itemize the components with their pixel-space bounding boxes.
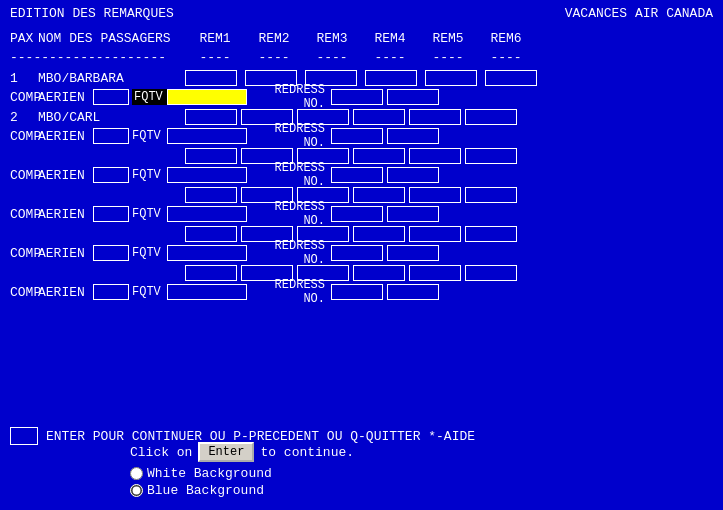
fqtv-label-1: FQTV	[132, 89, 167, 105]
fqtv-label-2: FQTV	[132, 129, 167, 143]
click-prefix: Click on	[130, 445, 192, 460]
blue-bg-row: Blue Background	[130, 483, 354, 498]
comp-label-6: COMP	[10, 285, 38, 300]
redress-label-3: REDRESS NO.	[249, 161, 329, 189]
rem6-comp-3[interactable]	[387, 167, 439, 183]
blue-bg-radio[interactable]	[130, 484, 143, 497]
rem5-header: REM5	[419, 31, 477, 46]
rem6-comp-4[interactable]	[387, 206, 439, 222]
aerien-input-1[interactable]	[93, 89, 129, 105]
rem6-comp-6[interactable]	[387, 284, 439, 300]
rem4-blank-3[interactable]	[353, 226, 405, 242]
white-bg-row: White Background	[130, 466, 354, 481]
rem6-input-2[interactable]	[465, 109, 517, 125]
redress-input-3[interactable]	[331, 167, 383, 183]
fqtv-label-6: FQTV	[132, 285, 167, 299]
rem5-input-2[interactable]	[409, 109, 461, 125]
rem1-blank-1[interactable]	[185, 148, 237, 164]
pax-header: PAX	[10, 31, 38, 46]
comp-row-6: COMP AERIEN FQTV REDRESS NO.	[10, 283, 713, 301]
aerien-input-4[interactable]	[93, 206, 129, 222]
rem4-blank-4[interactable]	[353, 265, 405, 281]
rem4-blank-2[interactable]	[353, 187, 405, 203]
fqtv-label-4: FQTV	[132, 207, 167, 221]
redress-label-4: REDRESS NO.	[249, 200, 329, 228]
fqtv-input-4[interactable]	[167, 206, 247, 222]
comp-row-3: COMP AERIEN FQTV REDRESS NO.	[10, 166, 713, 184]
rem4-header: REM4	[361, 31, 419, 46]
blue-bg-label: Blue Background	[147, 483, 264, 498]
white-bg-radio[interactable]	[130, 467, 143, 480]
rem6-blank-3[interactable]	[465, 226, 517, 242]
rem5-blank-1[interactable]	[409, 148, 461, 164]
redress-input-2[interactable]	[331, 128, 383, 144]
click-suffix: to continue.	[260, 445, 354, 460]
footer-input[interactable]	[10, 427, 38, 445]
rem6-comp-2[interactable]	[387, 128, 439, 144]
rem1-input-1[interactable]	[185, 70, 237, 86]
rem1-input-2[interactable]	[185, 109, 237, 125]
rem5-blank-4[interactable]	[409, 265, 461, 281]
redress-input-1[interactable]	[331, 89, 383, 105]
pax-num-1: 1	[10, 71, 38, 86]
fqtv-label-3: FQTV	[132, 168, 167, 182]
aerien-input-2[interactable]	[93, 128, 129, 144]
redress-label-6: REDRESS NO.	[249, 278, 329, 306]
rem6-blank-1[interactable]	[465, 148, 517, 164]
redress-label-2: REDRESS NO.	[249, 122, 329, 150]
redress-input-5[interactable]	[331, 245, 383, 261]
blank-row-1	[10, 147, 713, 165]
nom-header: NOM DES PASSAGERS	[38, 31, 171, 46]
rem4-input-1[interactable]	[365, 70, 417, 86]
blank-row-3	[10, 225, 713, 243]
pax-num-2: 2	[10, 110, 38, 125]
rem4-blank-1[interactable]	[353, 148, 405, 164]
header-left: EDITION DES REMARQUES	[10, 6, 174, 21]
rem3-header: REM3	[303, 31, 361, 46]
passenger-row-1: 1 MBO/BARBARA	[10, 69, 713, 87]
rem5-blank-3[interactable]	[409, 226, 461, 242]
rem5-input-1[interactable]	[425, 70, 477, 86]
comp-label-5: COMP	[10, 246, 38, 261]
comp-row-2: COMP AERIEN FQTV REDRESS NO.	[10, 127, 713, 145]
aerien-input-3[interactable]	[93, 167, 129, 183]
aerien-input-6[interactable]	[93, 284, 129, 300]
rem1-blank-4[interactable]	[185, 265, 237, 281]
fqtv-input-3[interactable]	[167, 167, 247, 183]
rem6-blank-4[interactable]	[465, 265, 517, 281]
blank-row-2	[10, 186, 713, 204]
rem6-comp-5[interactable]	[387, 245, 439, 261]
rem6-blank-2[interactable]	[465, 187, 517, 203]
fqtv-input-1[interactable]	[167, 89, 247, 105]
comp-label-1: COMP	[10, 90, 38, 105]
comp-row-1: COMP AERIEN FQTV REDRESS NO.	[10, 88, 713, 106]
comp-row-4: COMP AERIEN FQTV REDRESS NO.	[10, 205, 713, 223]
rem6-comp-1[interactable]	[387, 89, 439, 105]
enter-button[interactable]: Enter	[198, 442, 254, 462]
rem6-input-1[interactable]	[485, 70, 537, 86]
white-bg-label: White Background	[147, 466, 272, 481]
blank-row-4	[10, 264, 713, 282]
redress-input-4[interactable]	[331, 206, 383, 222]
aerien-input-5[interactable]	[93, 245, 129, 261]
rem1-blank-3[interactable]	[185, 226, 237, 242]
comp-label-2: COMP	[10, 129, 38, 144]
aerien-label-4: AERIEN	[38, 207, 93, 222]
aerien-label-1: AERIEN	[38, 90, 93, 105]
rem5-blank-2[interactable]	[409, 187, 461, 203]
fqtv-label-5: FQTV	[132, 246, 167, 260]
fqtv-input-5[interactable]	[167, 245, 247, 261]
fqtv-input-6[interactable]	[167, 284, 247, 300]
fqtv-input-2[interactable]	[167, 128, 247, 144]
header: EDITION DES REMARQUES VACANCES AIR CANAD…	[10, 6, 713, 21]
aerien-label-2: AERIEN	[38, 129, 93, 144]
rem1-blank-2[interactable]	[185, 187, 237, 203]
redress-input-6[interactable]	[331, 284, 383, 300]
comp-row-5: COMP AERIEN FQTV REDRESS NO.	[10, 244, 713, 262]
separator: --------------------	[10, 50, 185, 65]
rem6-header: REM6	[477, 31, 535, 46]
aerien-label-3: AERIEN	[38, 168, 93, 183]
passenger-name-1: MBO/BARBARA	[38, 71, 124, 86]
rem4-input-2[interactable]	[353, 109, 405, 125]
redress-label-5: REDRESS NO.	[249, 239, 329, 267]
